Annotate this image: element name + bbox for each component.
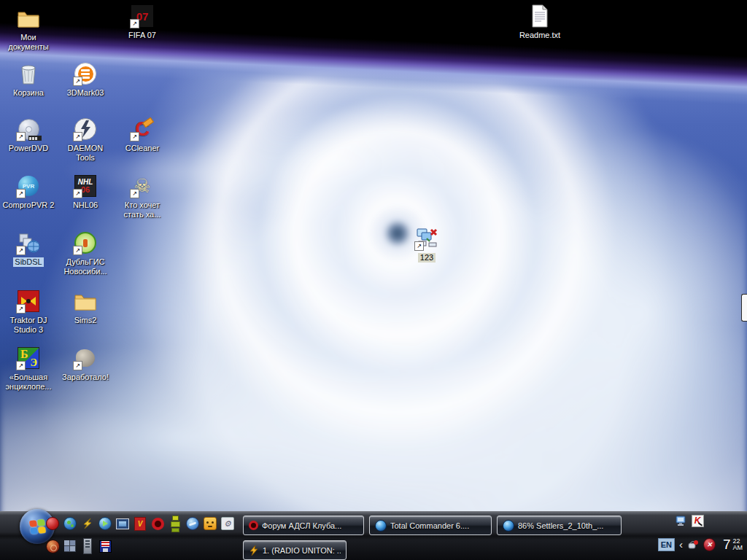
desktop-icon-compropvr2[interactable]: PVR ↗ ComproPVR 2 <box>1 174 56 210</box>
green-robot-icon[interactable] <box>168 516 182 531</box>
taskbar: V ⚙ Форум АДСЛ Клуба... <box>0 511 747 560</box>
folder-icon <box>73 289 98 314</box>
desktop-icon-label: Мои документы <box>1 33 56 52</box>
desktop-icon-ccleaner[interactable]: C ↗ CCleaner <box>115 117 170 153</box>
nhl06-icon: NHL 06 ↗ <box>73 174 98 198</box>
desktop-icon-encyclopedia[interactable]: Б Э ↗ «Большая энциклопе... <box>1 346 56 392</box>
edge-panel-handle[interactable] <box>741 294 747 322</box>
shortcut-arrow-icon: ↗ <box>130 189 139 198</box>
desktop-icon-label: Traktor DJ Studio 3 <box>1 316 56 335</box>
3dmark-icon: ↗ <box>73 61 98 86</box>
windows-orb-icon <box>29 518 46 534</box>
blue-globe-icon[interactable] <box>63 516 77 531</box>
shortcut-arrow-icon: ↗ <box>16 189 26 198</box>
taskbar-button-label: 86% Settlers_2_10th_... <box>518 521 603 530</box>
red-app-icon[interactable] <box>45 516 60 531</box>
gear-icon[interactable]: ⚙ <box>220 516 235 531</box>
taskbar-button-settlers-download[interactable]: 86% Settlers_2_10th_... <box>497 516 622 535</box>
desktop-icon-traktor[interactable]: ↗ Traktor DJ Studio 3 <box>1 289 56 335</box>
text-document-icon <box>527 4 552 28</box>
shortcut-arrow-icon: ↗ <box>73 361 82 370</box>
desktop-icon-label: Readme.txt <box>519 31 560 40</box>
fifa07-icon: 07 ↗ <box>130 4 155 28</box>
shortcut-arrow-icon: ↗ <box>73 246 82 255</box>
desktop-icon-label: FIFA 07 <box>128 31 156 40</box>
network-computer-icon[interactable] <box>674 513 689 528</box>
security-alert-icon[interactable]: ✕ <box>703 539 716 551</box>
clock-ampm: AM <box>733 545 743 551</box>
floppy-disk-icon[interactable] <box>98 539 112 553</box>
chevron-left-icon[interactable]: ‹ <box>679 540 683 550</box>
desktop-icon-label: PowerDVD <box>9 144 48 153</box>
desktop-icon-label: «Большая энциклопе... <box>1 373 56 392</box>
opera-icon[interactable] <box>150 516 165 531</box>
folder-icon <box>16 6 41 31</box>
language-indicator[interactable]: EN <box>658 538 675 551</box>
desktop-icon-label: Sims2 <box>74 316 97 325</box>
media-player-icon[interactable] <box>98 516 112 531</box>
encyclopedia-icon: Б Э ↗ <box>16 346 41 370</box>
zarabotalo-icon: ↗ <box>73 346 98 370</box>
desktop-icon-my-documents[interactable]: Мои документы <box>1 6 56 52</box>
yellow-bolt-icon[interactable] <box>80 516 95 531</box>
download-orb-icon <box>503 520 514 532</box>
taskbar-button-label: Форум АДСЛ Клуба... <box>262 521 341 530</box>
desktop-icon-kto-hochet[interactable]: ☠ ↗ Кто хочет стать ха... <box>115 174 170 219</box>
desktop-icon-label: Заработало! <box>62 373 109 382</box>
disc-icon: ↗ <box>16 117 41 141</box>
dark-red-orb-icon[interactable] <box>45 539 60 553</box>
desktop-icon-fifa07[interactable]: 07 ↗ FIFA 07 <box>115 4 170 40</box>
shortcut-arrow-icon: ↗ <box>16 132 26 141</box>
desktop-icon-sibdsl[interactable]: ↗ SibDSL <box>1 230 56 267</box>
kaspersky-icon[interactable]: K <box>690 513 705 528</box>
taskbar-button-opera-forum[interactable]: Форум АДСЛ Клуба... <box>243 516 364 535</box>
taskbar-buttons: Форум АДСЛ Клуба... Total Commander 6...… <box>243 516 622 560</box>
desktop-icon-dublgis[interactable]: ↗ ДубльГИС Новосиби... <box>58 230 113 276</box>
orange-messenger-icon[interactable] <box>203 516 217 531</box>
tower-icon[interactable] <box>80 539 95 553</box>
desktop-icon-label: DAEMON Tools <box>58 144 113 163</box>
shortcut-arrow-icon: ↗ <box>130 19 139 28</box>
desktop-icon-label: ComproPVR 2 <box>3 201 55 210</box>
taskbar-button-label: 1. (RADIO UNITON: ... <box>263 546 341 555</box>
display-settings-icon[interactable] <box>115 516 130 531</box>
clock-hour: 7 <box>723 537 731 553</box>
shortcut-arrow-icon: ↗ <box>16 304 26 314</box>
download-orb-icon <box>375 520 387 532</box>
desktop-icon-nhl06[interactable]: NHL 06 ↗ NHL06 <box>58 174 113 210</box>
taskbar-button-total-commander[interactable]: Total Commander 6.... <box>369 516 492 535</box>
desktop-icon-daemon-tools[interactable]: ↗ DAEMON Tools <box>58 117 113 163</box>
recycle-bin-icon <box>16 61 41 86</box>
shortcut-arrow-icon: ↗ <box>130 132 139 141</box>
ccleaner-icon: C ↗ <box>130 117 155 141</box>
skull-icon: ☠ ↗ <box>130 174 155 198</box>
blue-swirl-icon[interactable] <box>185 516 200 531</box>
desktop-icon-label: 3DMark03 <box>67 88 104 98</box>
desktop-icon-recycle-bin[interactable]: Корзина <box>1 61 56 98</box>
quick-launch: V ⚙ <box>45 516 235 554</box>
desktop-icon-label: NHL06 <box>73 201 98 210</box>
shortcut-arrow-icon: ↗ <box>16 246 26 255</box>
red-banner-icon[interactable]: V <box>133 516 147 531</box>
desktop-icon-readme[interactable]: Readme.txt <box>512 4 568 40</box>
traktor-icon: ↗ <box>16 289 41 314</box>
desktop: Мои документы 07 ↗ FIFA 07 Readme.txt Ко… <box>0 0 747 560</box>
window-grid-icon[interactable] <box>63 539 77 553</box>
desktop-icon-zarabotalo[interactable]: ↗ Заработало! <box>58 346 113 382</box>
desktop-icon-3dmark03[interactable]: ↗ 3DMark03 <box>58 61 113 98</box>
taskbar-button-winamp-radio[interactable]: 1. (RADIO UNITON: ... <box>243 540 347 560</box>
desktop-icon-label: 123 <box>418 253 436 262</box>
taskbar-clock[interactable]: 7 22 AM <box>723 537 743 553</box>
desktop-icon-powerdvd[interactable]: ↗ PowerDVD <box>1 117 56 153</box>
shortcut-arrow-icon: ↗ <box>73 189 82 198</box>
desktop-icon-label: ДубльГИС Новосиби... <box>58 257 113 276</box>
dublgis-icon: ↗ <box>73 230 98 255</box>
desktop-icon-sims2[interactable]: Sims2 <box>58 289 113 325</box>
desktop-icon-123[interactable]: ↗ 123 <box>399 226 454 262</box>
winamp-icon <box>249 545 259 556</box>
network-globe-icon: ↗ <box>16 230 41 255</box>
desktop-icon-label: Корзина <box>13 88 44 98</box>
desktop-icon-label-selected: SibDSL <box>13 257 43 267</box>
dialup-connection-icon[interactable] <box>687 539 699 551</box>
desktop-icon-label: Кто хочет стать ха... <box>115 201 170 219</box>
